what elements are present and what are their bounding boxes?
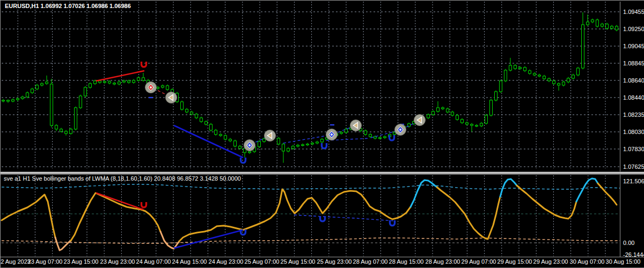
time-axis-label: 25 Aug 07:00 xyxy=(245,258,280,265)
candle-body xyxy=(219,135,222,136)
indicator-title: sve a1 H1 Sve bollinger bands of LWMA (8… xyxy=(4,175,241,182)
candle-body xyxy=(471,124,473,125)
candle-body xyxy=(485,115,488,123)
candle-body xyxy=(12,100,14,101)
candle-body xyxy=(364,131,367,135)
candle-body xyxy=(533,73,536,75)
indicator-axis-label: -26.1444 xyxy=(623,251,644,258)
candle-body xyxy=(94,81,97,84)
indicator-axis-label: 121.5066 xyxy=(623,178,644,184)
candle-body xyxy=(311,143,314,144)
candle-body xyxy=(287,148,290,151)
candle-body xyxy=(21,97,24,99)
candle-body xyxy=(432,111,435,115)
candle-body xyxy=(345,129,348,132)
oscillator-main-line xyxy=(411,180,437,207)
oscillator-main-line xyxy=(598,183,617,205)
upper-band-line xyxy=(2,184,620,189)
candle-body xyxy=(461,120,464,123)
u-glyph[interactable] xyxy=(241,158,246,163)
price-axis-label: 1.07625 xyxy=(623,163,644,170)
candle-body xyxy=(157,87,159,88)
candle-body xyxy=(384,137,386,138)
candle-body xyxy=(466,123,469,124)
candle-body xyxy=(447,109,449,112)
time-axis-label: 24 Aug 15:00 xyxy=(172,258,207,265)
candle-body xyxy=(133,80,135,83)
candle-body xyxy=(31,89,34,93)
candle-body xyxy=(292,146,295,148)
time-axis-label: 29 Aug 07:00 xyxy=(462,258,496,265)
blue-trendline[interactable] xyxy=(174,230,243,248)
price-chart-title: EURUSD,H1 1.06992 1.07026 1.06986 1.0698… xyxy=(5,3,131,9)
blue-dashed-link[interactable] xyxy=(294,215,393,221)
candle-body xyxy=(374,137,377,138)
candle-body xyxy=(321,139,324,142)
candle-body xyxy=(316,142,319,143)
candle-body xyxy=(26,93,29,97)
oscillator-main-line xyxy=(576,178,598,202)
candle-body xyxy=(142,78,145,80)
price-axis-label: 1.07830 xyxy=(623,146,644,152)
candle-body xyxy=(519,68,522,69)
price-axis-label: 1.09045 xyxy=(623,43,644,49)
candle-body xyxy=(99,81,101,83)
candle-body xyxy=(297,145,299,146)
candle-body xyxy=(65,131,68,133)
oscillator-main-line xyxy=(160,232,179,249)
u-glyph[interactable] xyxy=(142,62,147,67)
time-axis-label: 22 Aug 2023 xyxy=(0,258,31,265)
candle-body xyxy=(340,132,343,133)
candle-body xyxy=(616,26,618,30)
candle-body xyxy=(75,108,77,129)
candle-body xyxy=(229,139,232,141)
price-axis-label: 1.08440 xyxy=(623,94,644,101)
time-axis-label: 29 Aug 15:00 xyxy=(497,258,532,265)
u-glyph[interactable] xyxy=(390,135,394,140)
price-axis-label: 1.08845 xyxy=(623,60,644,66)
candle-body xyxy=(572,75,575,78)
candle-body xyxy=(514,65,517,69)
oscillator-main-line xyxy=(55,237,71,250)
candle-body xyxy=(263,139,266,142)
candle-body xyxy=(562,82,565,85)
candle-body xyxy=(113,83,116,84)
candle-body xyxy=(7,100,10,101)
blue-trendline[interactable] xyxy=(174,125,243,158)
candle-body xyxy=(2,100,5,101)
candle-body xyxy=(369,135,372,137)
u-glyph[interactable] xyxy=(142,202,147,207)
candle-body xyxy=(538,75,541,76)
candle-body xyxy=(529,71,531,73)
candle-body xyxy=(587,22,589,25)
u-glyph[interactable] xyxy=(320,216,325,221)
indicator-axis-label: 0.00 xyxy=(623,240,634,246)
candle-body xyxy=(224,136,227,139)
candle-body xyxy=(504,70,507,81)
candle-body xyxy=(577,68,580,75)
candle-body xyxy=(166,86,169,90)
u-glyph[interactable] xyxy=(322,143,327,148)
candle-body xyxy=(475,125,478,126)
candle-body xyxy=(191,112,193,114)
candle-body xyxy=(306,144,309,145)
candle-body xyxy=(108,81,111,83)
candle-body xyxy=(118,82,121,84)
candle-body xyxy=(55,125,58,129)
red-trendline[interactable] xyxy=(96,193,143,210)
candle-body xyxy=(495,92,497,100)
candle-body xyxy=(137,78,140,80)
candle-body xyxy=(46,82,48,84)
candle-body xyxy=(442,108,444,109)
candle-body xyxy=(302,145,304,146)
candle-body xyxy=(282,144,285,151)
chart-canvas[interactable] xyxy=(1,1,644,268)
panel-separator[interactable] xyxy=(1,172,644,175)
candle-body xyxy=(277,138,280,144)
candle-body xyxy=(437,108,440,111)
time-axis-label: 25 Aug 23:00 xyxy=(317,258,352,265)
candle-body xyxy=(611,26,613,28)
candle-body xyxy=(248,152,251,153)
candle-body xyxy=(548,79,551,81)
candle-body xyxy=(41,84,43,85)
